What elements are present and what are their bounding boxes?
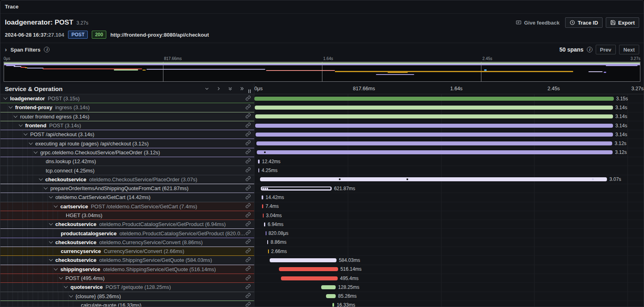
span-label-cell[interactable]: loadgeneratorPOST (3.15s) (0, 94, 254, 103)
expand-chevron-icon[interactable] (49, 222, 53, 226)
span-row[interactable]: router frontend egress (3.14s)3.14s (0, 112, 644, 121)
span-link-icon[interactable] (246, 239, 251, 246)
span-row[interactable]: HGET (3.04ms)3.04ms (0, 211, 644, 220)
span-row[interactable]: loadgeneratorPOST (3.15s)3.15s (0, 94, 644, 103)
span-row[interactable]: checkoutserviceoteldemo.ShippingService/… (0, 256, 644, 265)
expand-chevron-icon[interactable] (54, 203, 58, 207)
chevron-right-icon[interactable] (216, 86, 221, 91)
span-row[interactable]: productcatalogserviceoteldemo.ProductCat… (0, 229, 644, 238)
span-link-icon[interactable] (246, 275, 251, 282)
span-link-icon[interactable] (246, 203, 251, 210)
span-bar[interactable] (281, 276, 338, 280)
span-label-cell[interactable]: calculate-quote (16.33ms) (0, 301, 254, 307)
span-bar[interactable] (321, 285, 336, 289)
span-label-cell[interactable]: dns.lookup (12.42ms) (0, 157, 254, 166)
chevron-down-icon[interactable] (204, 86, 209, 91)
expand-chevron-icon[interactable] (49, 239, 53, 243)
span-bar[interactable] (268, 249, 269, 253)
trace-id-button[interactable]: Trace ID (565, 17, 603, 28)
span-label-cell[interactable]: checkoutserviceoteldemo.CurrencyService/… (0, 238, 254, 247)
span-link-icon[interactable] (246, 194, 251, 201)
span-row[interactable]: shippingserviceoteldemo.ShippingService/… (0, 265, 644, 274)
span-row[interactable]: frontend-proxyingress (3.14s)3.14s (0, 103, 644, 112)
span-bar[interactable] (255, 106, 613, 110)
span-bar[interactable] (261, 187, 332, 191)
span-bar[interactable] (279, 267, 338, 271)
span-bar[interactable] (326, 294, 336, 298)
span-row[interactable]: checkoutserviceoteldemo.CheckoutService/… (0, 175, 644, 184)
span-row[interactable]: POST (495.4ms)495.4ms (0, 274, 644, 283)
prev-span-button[interactable]: Prev (596, 45, 616, 54)
span-bar[interactable] (260, 177, 607, 181)
span-bar[interactable] (262, 204, 263, 208)
span-link-icon[interactable] (246, 185, 251, 192)
span-row[interactable]: prepareOrderItemsAndShippingQuoteFromCar… (0, 184, 644, 193)
span-row[interactable]: executing api route (pages) /api/checkou… (0, 139, 644, 148)
span-bar[interactable] (257, 150, 613, 154)
span-bar[interactable] (267, 240, 268, 244)
span-label-cell[interactable]: oteldemo.CartService/GetCart (14.42ms) (0, 193, 254, 202)
span-bar[interactable] (332, 303, 334, 307)
span-link-icon[interactable] (246, 140, 251, 147)
next-span-button[interactable]: Next (619, 45, 639, 54)
trace-minimap[interactable] (4, 62, 640, 82)
expand-chevron-icon[interactable] (19, 123, 23, 127)
span-link-icon[interactable] (246, 292, 251, 300)
export-button[interactable]: Export (606, 17, 639, 28)
span-row[interactable]: checkoutserviceoteldemo.ProductCatalogSe… (0, 220, 644, 229)
span-row[interactable]: checkoutserviceoteldemo.CurrencyService/… (0, 238, 644, 247)
span-link-icon[interactable] (246, 266, 251, 273)
span-row[interactable]: frontendPOST (3.14s)3.14s (0, 121, 644, 130)
span-label-cell[interactable]: POST (495.4ms) (0, 274, 254, 283)
span-link-icon[interactable] (246, 257, 251, 264)
span-bar[interactable] (258, 160, 260, 164)
give-feedback-link[interactable]: Give feedback (516, 20, 559, 26)
span-link-icon[interactable] (246, 221, 251, 228)
span-bar[interactable] (256, 141, 612, 145)
span-bar[interactable] (255, 114, 613, 118)
span-row[interactable]: currencyserviceCurrencyService/Convert (… (0, 247, 644, 256)
span-row[interactable]: quoteservicePOST /getquote (128.25ms)128… (0, 283, 644, 292)
span-bar[interactable] (264, 222, 265, 226)
span-label-cell[interactable]: frontendPOST (3.14s) (0, 121, 254, 130)
span-label-cell[interactable]: checkoutserviceoteldemo.CheckoutService/… (0, 175, 254, 184)
span-bar[interactable] (262, 195, 263, 199)
column-resize-grip[interactable] (248, 89, 251, 93)
span-link-icon[interactable] (246, 167, 251, 174)
span-row[interactable]: dns.lookup (12.42ms)12.42ms (0, 157, 644, 166)
span-bar[interactable] (255, 124, 613, 128)
span-link-icon[interactable] (246, 122, 251, 129)
expand-chevron-icon[interactable] (24, 132, 28, 136)
info-icon[interactable]: i (587, 47, 592, 52)
span-link-icon[interactable] (246, 95, 251, 102)
span-bar[interactable] (254, 97, 614, 101)
expand-chevron-icon[interactable] (14, 114, 18, 118)
expand-chevron-icon[interactable] (59, 276, 63, 280)
expand-chevron-icon[interactable] (49, 257, 53, 261)
span-label-cell[interactable]: checkoutserviceoteldemo.ShippingService/… (0, 256, 254, 265)
span-label-cell[interactable]: currencyserviceCurrencyService/Convert (… (0, 247, 254, 256)
span-row[interactable]: POST /api/checkout (3.14s)3.14s (0, 130, 644, 139)
span-label-cell[interactable]: {closure} (85.26ms) (0, 292, 254, 301)
expand-chevron-icon[interactable] (34, 149, 38, 154)
span-row[interactable]: {closure} (85.26ms)85.26ms (0, 292, 644, 301)
span-label-cell[interactable]: prepareOrderItemsAndShippingQuoteFromCar… (0, 184, 254, 193)
span-row[interactable]: grpc.oteldemo.CheckoutService/PlaceOrder… (0, 148, 644, 157)
span-link-icon[interactable] (246, 131, 251, 138)
span-link-icon[interactable] (246, 176, 251, 183)
span-label-cell[interactable]: router frontend egress (3.14s) (0, 112, 254, 121)
span-bar[interactable] (270, 258, 336, 262)
span-bar[interactable] (258, 168, 259, 172)
span-label-cell[interactable]: shippingserviceoteldemo.ShippingService/… (0, 265, 254, 274)
expand-chevron-icon[interactable] (64, 284, 68, 288)
expand-chevron-icon[interactable] (8, 105, 12, 109)
span-row[interactable]: tcp.connect (4.25ms)4.25ms (0, 166, 644, 175)
chevron-right-icon[interactable]: › (5, 46, 7, 53)
span-label-cell[interactable]: cartservicePOST /oteldemo.CartService/Ge… (0, 202, 254, 211)
span-link-icon[interactable] (246, 158, 251, 165)
span-label-cell[interactable]: executing api route (pages) /api/checkou… (0, 139, 254, 148)
span-link-icon[interactable] (246, 248, 251, 255)
expand-chevron-icon[interactable] (4, 96, 8, 100)
expand-chevron-icon[interactable] (54, 266, 58, 270)
span-link-icon[interactable] (246, 284, 251, 291)
